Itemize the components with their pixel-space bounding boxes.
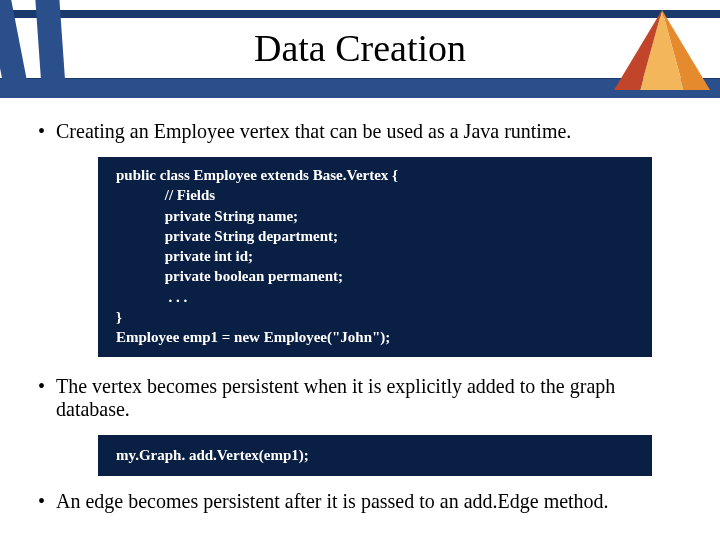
bullet-1: Creating an Employee vertex that can be …	[38, 120, 692, 143]
code-block-2: my.Graph. add.Vertex(emp1);	[98, 435, 652, 475]
slide-title: Data Creation	[254, 26, 466, 70]
slide-content: Creating an Employee vertex that can be …	[0, 98, 720, 513]
code-block-1: public class Employee extends Base.Verte…	[98, 157, 652, 357]
logo-stripes-icon	[0, 0, 110, 98]
slide-header: Data Creation	[0, 0, 720, 98]
bullet-2: The vertex becomes persistent when it is…	[38, 375, 692, 421]
pyramid-icon	[612, 8, 712, 94]
bullet-3: An edge becomes persistent after it is p…	[38, 490, 692, 513]
